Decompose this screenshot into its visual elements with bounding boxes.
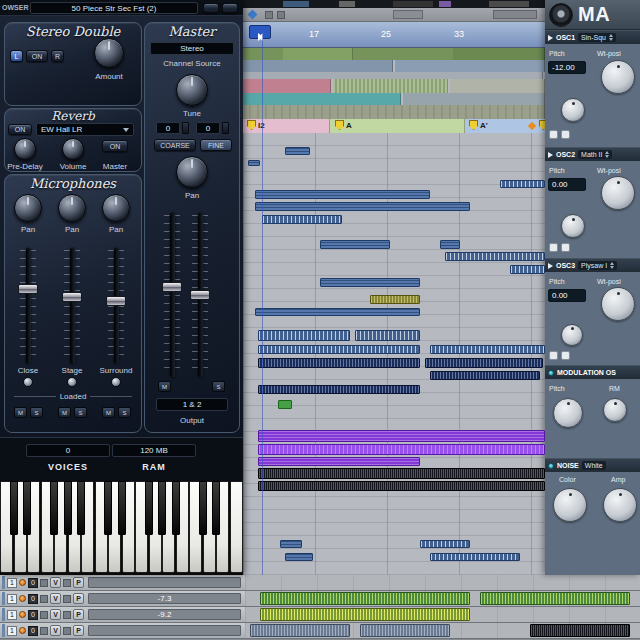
lane-segment[interactable] — [243, 79, 331, 93]
osc2-intensity-knob[interactable] — [561, 214, 585, 238]
track-icon[interactable] — [63, 611, 71, 619]
output-channel-display[interactable]: 1 & 2 — [156, 398, 228, 411]
play-button[interactable]: P — [73, 609, 84, 620]
osc3-pitch-value[interactable]: 0.00 — [548, 289, 586, 302]
top-bar-button[interactable] — [222, 3, 238, 13]
predelay-knob[interactable] — [14, 138, 36, 160]
lane-segment[interactable] — [243, 60, 393, 72]
close-on-lamp[interactable] — [23, 377, 33, 387]
piano-key-black[interactable] — [158, 481, 166, 535]
piano-key-black[interactable] — [104, 481, 112, 535]
reverb-master-on-button[interactable]: ON — [102, 140, 128, 152]
noise-color-knob[interactable] — [553, 488, 587, 522]
reverb-on-button[interactable]: ON — [8, 124, 32, 135]
play-button[interactable]: P — [73, 577, 84, 588]
track-icon[interactable] — [40, 579, 48, 587]
midi-clip[interactable] — [278, 400, 292, 409]
visibility-button[interactable]: V — [50, 577, 61, 588]
osc3-intensity-knob[interactable] — [561, 324, 583, 346]
midi-clip[interactable] — [370, 295, 420, 304]
piano-key-black[interactable] — [77, 481, 85, 535]
master-solo-button[interactable]: S — [212, 381, 225, 392]
midi-clip[interactable] — [258, 345, 420, 354]
piano-key-black[interactable] — [50, 481, 58, 535]
record-icon[interactable] — [19, 595, 26, 602]
modosc-pitch-knob[interactable] — [553, 398, 583, 428]
track-lane[interactable] — [245, 623, 640, 638]
lane-segment[interactable] — [450, 79, 545, 93]
midi-clip[interactable] — [255, 202, 470, 211]
lane-segment[interactable] — [333, 79, 448, 93]
monitor-badge[interactable]: 0 — [28, 626, 38, 636]
osc1-intensity-knob[interactable] — [561, 98, 585, 122]
record-icon[interactable] — [19, 611, 26, 618]
piano-key-black[interactable] — [199, 481, 207, 535]
modulation-osc-header[interactable]: MODULATION OS — [545, 365, 640, 379]
midi-clip[interactable] — [255, 190, 430, 199]
monitor-badge[interactable]: 0 — [28, 578, 38, 588]
midi-clip[interactable] — [260, 592, 470, 605]
surround-pan-knob[interactable] — [102, 194, 130, 222]
midi-clip[interactable] — [285, 147, 310, 155]
osc3-wavetable-selector[interactable]: Plysaw I — [578, 261, 617, 270]
midi-clip[interactable] — [258, 358, 420, 368]
midi-clip[interactable] — [500, 180, 545, 188]
midi-clip[interactable] — [510, 265, 545, 274]
record-icon[interactable] — [19, 579, 26, 586]
midi-clip[interactable] — [258, 457, 420, 466]
stage-pan-knob[interactable] — [58, 194, 86, 222]
amount-knob[interactable] — [94, 38, 124, 68]
midi-clip[interactable] — [445, 252, 545, 261]
volume-readout[interactable] — [88, 577, 241, 588]
midi-clip[interactable] — [258, 481, 545, 491]
surround-mute-button[interactable]: M — [102, 407, 115, 418]
lane-segment[interactable] — [243, 105, 545, 119]
close-solo-button[interactable]: S — [30, 407, 43, 418]
visibility-button[interactable]: V — [50, 609, 61, 620]
volume-readout[interactable]: -7.3 — [88, 593, 241, 604]
lane-segment[interactable] — [395, 60, 545, 72]
midi-clip[interactable] — [420, 540, 470, 548]
right-channel-button[interactable]: R — [51, 50, 64, 62]
toolbar-button[interactable] — [277, 11, 285, 19]
surround-solo-button[interactable]: S — [118, 407, 131, 418]
play-button[interactable]: P — [73, 625, 84, 636]
visibility-button[interactable]: V — [50, 625, 61, 636]
master-mute-button[interactable]: M — [158, 381, 171, 392]
osc2-wtposition-knob[interactable] — [601, 176, 635, 210]
midi-clip[interactable] — [250, 624, 350, 637]
noise-amp-knob[interactable] — [603, 488, 637, 522]
reverb-volume-knob[interactable] — [62, 138, 84, 160]
channel-mode-display[interactable]: Stereo — [150, 42, 234, 55]
master-pan-knob[interactable] — [176, 156, 208, 188]
osc1-wtposition-knob[interactable] — [601, 60, 635, 94]
osc3-route-f2-button[interactable] — [561, 351, 570, 360]
tune-semitone-spinner[interactable] — [182, 122, 189, 134]
track-row[interactable]: 1 0 V P -9.2 — [0, 607, 640, 623]
monitor-badge[interactable]: 0 — [28, 594, 38, 604]
toolbar-field[interactable] — [393, 10, 423, 19]
osc2-header[interactable]: OSC2 Math II — [545, 147, 640, 161]
piano-key-black[interactable] — [10, 481, 18, 535]
osc1-pitch-value[interactable]: -12.00 — [548, 61, 586, 74]
osc1-wavetable-selector[interactable]: Sin-Squ — [578, 33, 616, 42]
record-icon[interactable] — [19, 627, 26, 634]
close-pan-knob[interactable] — [14, 194, 42, 222]
track-icon[interactable] — [40, 627, 48, 635]
lane-segment[interactable] — [403, 93, 545, 105]
preset-display[interactable]: 50 Piece Str Sec Fst (2) — [30, 2, 198, 14]
visibility-button[interactable]: V — [50, 593, 61, 604]
close-fader[interactable] — [18, 284, 38, 294]
piano-keyboard[interactable] — [0, 481, 243, 575]
midi-clip[interactable] — [262, 215, 342, 224]
play-button[interactable]: P — [73, 593, 84, 604]
track-icon[interactable] — [63, 627, 71, 635]
midi-clip[interactable] — [258, 430, 545, 442]
track-icon[interactable] — [63, 595, 71, 603]
piano-key-black[interactable] — [118, 481, 126, 535]
stage-on-lamp[interactable] — [67, 377, 77, 387]
midi-clip[interactable] — [355, 330, 420, 341]
monitor-badge[interactable]: 0 — [28, 610, 38, 620]
osc2-route-f1-button[interactable] — [549, 243, 558, 252]
midi-clip[interactable] — [360, 624, 450, 637]
